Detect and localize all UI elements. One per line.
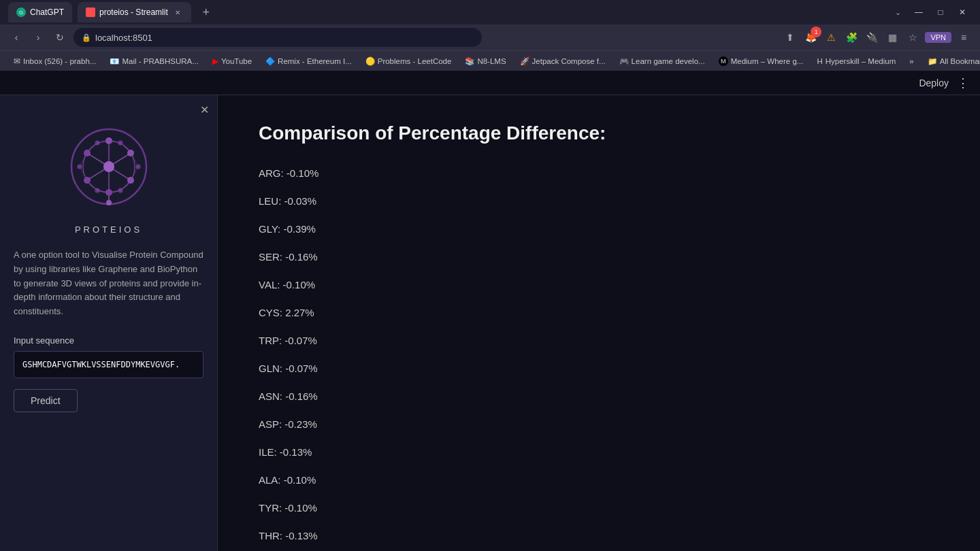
svg-line-28	[87, 180, 97, 190]
all-bookmarks-label: All Bookmarks	[940, 57, 980, 65]
comparison-item: TRP: -0.07%	[259, 333, 939, 348]
page-title: Comparison of Percentage Difference:	[259, 122, 939, 144]
remix-icon: 🔷	[265, 56, 275, 66]
address-container[interactable]: 🔒 localhost:8501	[74, 28, 482, 47]
svg-line-25	[120, 180, 131, 190]
tab-chatgpt[interactable]: G ChatGPT	[8, 2, 72, 22]
bookmark-mail[interactable]: 📧 Mail - PRABHSURA...	[104, 55, 203, 67]
alert-icon[interactable]: ⚠	[823, 29, 839, 46]
bookmark-icon[interactable]: ☆	[904, 29, 921, 46]
puzzle-icon[interactable]: 🧩	[843, 29, 860, 46]
notification-badge: 1	[811, 27, 821, 37]
vpn-button[interactable]: VPN	[925, 32, 951, 43]
hyperskill-icon: H	[817, 57, 822, 65]
bookmark-n8lms[interactable]: 📚 N8-LMS	[459, 55, 511, 67]
new-tab-button[interactable]: +	[197, 3, 216, 22]
mail-icon: 📧	[110, 56, 119, 66]
app-name: PROTEIOS	[75, 224, 142, 235]
bookmark-more[interactable]: »	[904, 56, 919, 67]
logo-container	[65, 122, 153, 214]
comparison-item: ILE: -0.13%	[259, 445, 939, 459]
youtube-label: YouTube	[221, 57, 252, 65]
n8lms-icon: 📚	[465, 56, 474, 66]
tab-close-icon[interactable]: ✕	[172, 7, 183, 18]
comparison-item: THR: -0.13%	[259, 529, 939, 543]
bookmark-remix[interactable]: 🔷 Remix - Ethereum I...	[260, 55, 357, 67]
sidebar: ✕	[0, 95, 218, 551]
svg-line-22	[120, 143, 131, 153]
bookmark-hyperskill[interactable]: H Hyperskill – Medium	[811, 56, 901, 67]
minimize-button[interactable]: —	[909, 5, 928, 19]
all-bookmarks-icon: 📁	[928, 56, 937, 66]
lock-icon: 🔒	[82, 33, 91, 42]
jetpack-icon: 🚀	[520, 56, 529, 66]
bookmark-youtube[interactable]: ▶ YouTube	[207, 55, 257, 67]
title-bar: G ChatGPT proteios - Streamlit ✕ + ⌄ — □…	[0, 0, 980, 24]
comparison-item: ASN: -0.16%	[259, 389, 939, 403]
main-content: Comparison of Percentage Difference: ARG…	[218, 95, 980, 551]
puzzle2-icon[interactable]: 🔌	[864, 29, 880, 46]
comparison-item: CYS: 2.27%	[259, 305, 939, 320]
more-options-button[interactable]: ⋮	[957, 76, 969, 90]
comparison-item: SER: -0.16%	[259, 250, 939, 264]
chatgpt-favicon: G	[16, 7, 26, 17]
tab-streamlit[interactable]: proteios - Streamlit ✕	[78, 2, 191, 22]
svg-line-13	[89, 167, 109, 179]
tab-streamlit-label: proteios - Streamlit	[99, 7, 168, 17]
comparison-list: ARG: -0.10%LEU: -0.03%GLY: -0.39%SER: -0…	[259, 166, 939, 551]
svg-line-11	[109, 167, 129, 179]
close-button[interactable]: ✕	[953, 5, 972, 19]
bookmarks-bar: ✉ Inbox (526) - prabh... 📧 Mail - PRABHS…	[0, 50, 980, 71]
comparison-item: GLY: -0.39%	[259, 222, 939, 236]
predict-button[interactable]: Predict	[14, 389, 78, 412]
bookmark-inbox[interactable]: ✉ Inbox (526) - prabh...	[8, 55, 101, 67]
deploy-button[interactable]: Deploy	[919, 78, 949, 88]
leetcode-label: Problems - LeetCode	[378, 57, 452, 65]
tab-chatgpt-label: ChatGPT	[30, 7, 64, 17]
medium-label: Medium – Where g...	[731, 57, 804, 65]
svg-line-31	[87, 143, 97, 153]
inbox-label: Inbox (526) - prabh...	[23, 57, 96, 65]
comparison-item: ALA: -0.10%	[259, 473, 939, 487]
inbox-icon: ✉	[14, 56, 20, 66]
comparison-item: VAL: -0.10%	[259, 278, 939, 292]
jetpack-label: Jetpack Compose f...	[532, 57, 606, 65]
bookmark-gamedevelop[interactable]: 🎮 Learn game develo...	[614, 55, 710, 67]
svg-line-10	[109, 154, 129, 167]
address-bar: ‹ › ↻ 🔒 localhost:8501 ⬆ 🦊 1 ⚠ 🧩 🔌 ▦ ☆ V…	[0, 24, 980, 50]
bookmark-jetpack[interactable]: 🚀 Jetpack Compose f...	[514, 55, 611, 67]
comparison-item: TYR: -0.10%	[259, 501, 939, 515]
window-expand-icon: ⌄	[895, 8, 901, 17]
comparison-item: ASP: -0.23%	[259, 417, 939, 431]
proteios-logo	[65, 122, 153, 211]
sidebar-close-button[interactable]: ✕	[200, 103, 209, 116]
app-description: A one option tool to Visualise Protein C…	[14, 248, 203, 319]
address-text: localhost:8501	[95, 33, 152, 43]
sequence-input[interactable]	[14, 351, 203, 378]
input-sequence-label: Input sequence	[14, 335, 74, 346]
extensions-icon[interactable]: 🦊 1	[802, 29, 819, 46]
leetcode-icon: 🟡	[365, 56, 375, 66]
reload-button[interactable]: ↻	[52, 29, 68, 46]
sidebar-toggle-icon[interactable]: ▦	[884, 29, 900, 46]
bookmark-medium[interactable]: M Medium – Where g...	[713, 55, 809, 67]
maximize-button[interactable]: □	[931, 5, 950, 19]
bookmark-all[interactable]: 📁 All Bookmarks	[922, 55, 980, 67]
share-icon[interactable]: ⬆	[782, 29, 798, 46]
gamedevelop-label: Learn game develo...	[632, 57, 705, 65]
hyperskill-label: Hyperskill – Medium	[826, 57, 896, 65]
forward-button[interactable]: ›	[30, 29, 46, 46]
menu-icon[interactable]: ≡	[956, 29, 972, 46]
mail-label: Mail - PRABHSURA...	[122, 57, 198, 65]
bookmark-leetcode[interactable]: 🟡 Problems - LeetCode	[360, 55, 457, 67]
youtube-icon: ▶	[212, 56, 218, 66]
medium-icon: M	[719, 56, 728, 66]
back-button[interactable]: ‹	[8, 29, 24, 46]
comparison-item: ARG: -0.10%	[259, 166, 939, 180]
streamlit-favicon	[86, 7, 95, 17]
gamedevelop-icon: 🎮	[619, 56, 629, 66]
svg-point-33	[106, 200, 112, 205]
toolbar-right: ⬆ 🦊 1 ⚠ 🧩 🔌 ▦ ☆ VPN ≡	[782, 29, 972, 46]
remix-label: Remix - Ethereum I...	[278, 57, 352, 65]
svg-line-14	[89, 154, 109, 167]
